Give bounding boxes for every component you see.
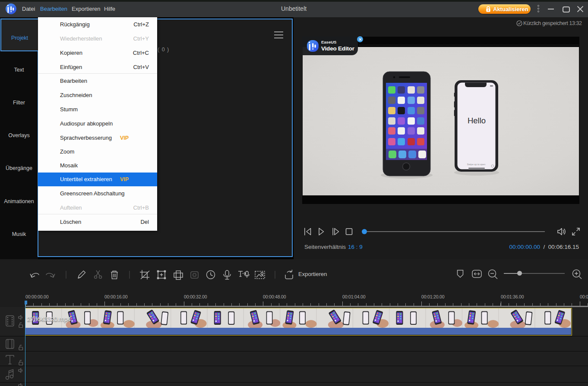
svg-text:Hello: Hello — [468, 116, 486, 125]
svg-text:Swipe up to open: Swipe up to open — [467, 163, 486, 166]
